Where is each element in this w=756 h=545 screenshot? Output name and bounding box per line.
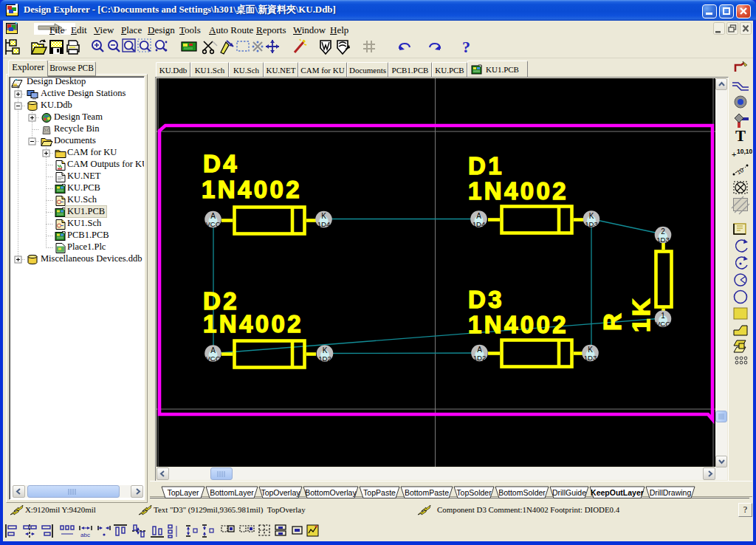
svg-text:R: R	[599, 311, 626, 331]
svg-text:D1: D1	[468, 152, 504, 179]
svg-text:?: ?	[462, 38, 470, 56]
svg-text:abc: abc	[80, 532, 90, 538]
svg-text:1D3: 1D3	[584, 354, 597, 362]
svg-text:T: T	[735, 127, 746, 145]
svg-text:A: A	[210, 346, 216, 354]
svg-text:1N4002: 1N4002	[202, 176, 302, 203]
svg-text:BottomOverlay: BottomOverlay	[305, 488, 357, 497]
svg-text:BottomLayer: BottomLayer	[210, 488, 254, 497]
svg-text:DrillGuide: DrillGuide	[552, 488, 586, 497]
svg-text:A: A	[476, 212, 481, 220]
svg-text:2: 2	[661, 227, 665, 236]
svg-text:D3: D3	[468, 286, 504, 313]
svg-text:K: K	[589, 212, 594, 220]
svg-text:A: A	[477, 346, 482, 354]
svg-text:K: K	[321, 212, 326, 220]
svg-text:1D4: 1D4	[317, 220, 330, 228]
svg-text:1D3: 1D3	[585, 220, 597, 228]
svg-text:1N4002: 1N4002	[203, 310, 303, 337]
svg-text:1D4: 1D4	[472, 220, 485, 228]
svg-text:BottomSolder: BottomSolder	[498, 488, 546, 497]
svg-text:+: +	[732, 150, 736, 159]
svg-text:TopOverlay: TopOverlay	[261, 488, 300, 497]
svg-text:TopPaste: TopPaste	[363, 488, 396, 497]
svg-text:VCC: VCC	[205, 220, 220, 228]
svg-text:VCC: VCC	[656, 320, 670, 328]
svg-text:TopLayer: TopLayer	[167, 488, 199, 497]
svg-text:D4: D4	[203, 150, 239, 177]
svg-text:10,10: 10,10	[737, 148, 752, 155]
svg-text:1N4002: 1N4002	[468, 177, 568, 205]
svg-text:1: 1	[661, 312, 665, 320]
svg-text:TopSolder: TopSolder	[456, 488, 492, 497]
svg-text:VCC: VCC	[205, 354, 220, 363]
svg-text:1D2: 1D2	[318, 354, 331, 363]
svg-text:1N4002: 1N4002	[468, 311, 568, 338]
svg-text:KeepOutLayer: KeepOutLayer	[591, 488, 644, 497]
svg-text:1D2: 1D2	[473, 354, 486, 362]
svg-text:A: A	[210, 212, 216, 220]
svg-text:K: K	[323, 346, 328, 354]
svg-text:K: K	[588, 346, 593, 354]
svg-text:1K: 1K	[628, 296, 655, 332]
svg-text:DrillDrawing: DrillDrawing	[650, 488, 692, 497]
svg-text:BottomPaste: BottomPaste	[405, 488, 449, 497]
svg-text:1D3: 1D3	[656, 236, 669, 244]
